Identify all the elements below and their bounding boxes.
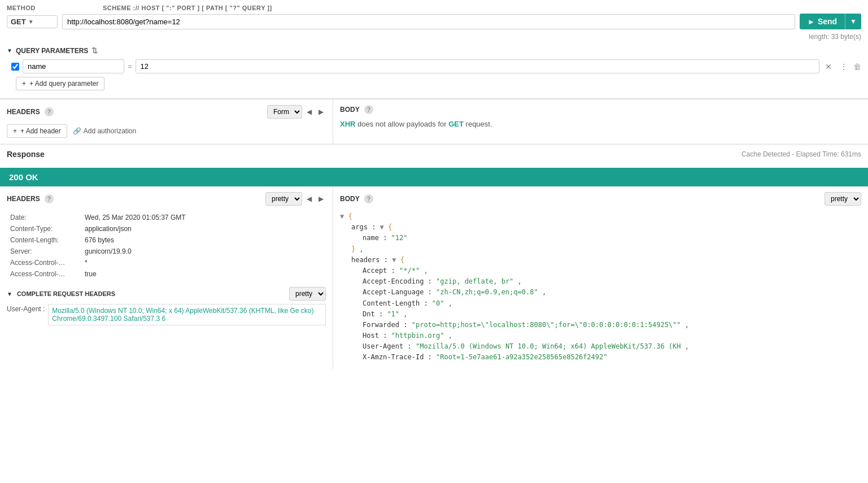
body-title: BODY (340, 106, 360, 114)
json-expand-headers[interactable]: ▼ (392, 256, 396, 264)
json-headers-brace-open: { (400, 256, 404, 264)
url-input[interactable] (62, 14, 795, 29)
complete-req-arrow: ▼ (7, 291, 12, 297)
param-key-input[interactable] (23, 59, 124, 73)
param-more-button[interactable]: ⋮ (838, 61, 850, 72)
json-name-colon: : (383, 234, 391, 242)
resp-headers-help-icon[interactable]: ? (45, 194, 54, 203)
json-accept-line: Accept : "*/*" , (340, 266, 861, 276)
json-accept-language-value: "zh-CN,zh;q=0.9,en;q=0.8" (436, 288, 538, 296)
resp-header-val-4: * (82, 258, 325, 268)
send-label: Send (818, 17, 837, 26)
cache-info: Cache Detected - Elapsed Time: 631ms (741, 150, 861, 158)
body-message: XHR does not allow payloads for GET requ… (340, 120, 861, 128)
query-params-header[interactable]: ▼ QUERY PARAMETERS ⇅ (7, 46, 861, 55)
json-host-key: Host (363, 332, 379, 340)
xhr-link[interactable]: XHR (340, 120, 355, 128)
param-value-input[interactable] (136, 59, 819, 73)
method-select-wrapper[interactable]: GET ▼ (7, 15, 58, 28)
param-row: = ✕ ⋮ 🗑 (11, 59, 861, 73)
request-area: METHOD SCHEME :// HOST [ ":" PORT ] [ PA… (0, 0, 868, 99)
header-actions: + + Add header 🔗 Add authorization (7, 124, 326, 138)
json-accept-language-key: Accept-Language (363, 288, 424, 296)
resp-header-row: Content-Length: 676 bytes (8, 235, 325, 245)
add-param-row: + + Add query parameter (11, 77, 861, 90)
resp-body-header-row: BODY ? pretty raw (340, 192, 861, 206)
send-button[interactable]: ► Send (800, 14, 845, 29)
user-agent-value[interactable]: Mozilla/5.0 (Windows NT 10.0; Win64; x 6… (48, 304, 326, 325)
resp-header-row: Date: Wed, 25 Mar 2020 01:05:37 GMT (8, 212, 325, 223)
add-header-button[interactable]: + + Add header (7, 124, 67, 138)
json-useragent-line: User-Agent : "Mozilla/5.0 (Windows NT 10… (340, 341, 861, 352)
send-icon: ► (808, 18, 815, 26)
method-label: METHOD (7, 5, 80, 11)
resp-body-pretty-select[interactable]: pretty raw (825, 192, 861, 206)
body-msg-end: request. (464, 120, 492, 128)
body-column: BODY ? XHR does not allow payloads for G… (333, 99, 868, 143)
labels-row: METHOD SCHEME :// HOST [ ":" PORT ] [ PA… (7, 5, 861, 11)
json-args-brace-open: { (388, 223, 392, 231)
form-select[interactable]: Form Raw (267, 105, 302, 119)
json-dnt-value: "1" (387, 310, 399, 318)
response-area: Response Cache Detected - Elapsed Time: … (0, 145, 868, 168)
add-auth-label: Add authorization (84, 127, 136, 135)
json-forwarded-value: "proto=http;host=\"localhost:8080\";for=… (412, 321, 681, 329)
param-trash-icon[interactable]: 🗑 (853, 62, 861, 71)
resp-header-val-2: 676 bytes (82, 235, 325, 245)
headers-body-row: HEADERS ? Form Raw ◀ ▶ + + Add header 🔗 … (0, 99, 868, 143)
resp-header-val-3: gunicorn/19.9.0 (82, 246, 325, 256)
complete-req-label: COMPLETE REQUEST HEADERS (17, 290, 115, 297)
send-dropdown-button[interactable]: ▼ (845, 14, 861, 29)
resp-body-help-icon[interactable]: ? (364, 194, 373, 203)
resp-headers-controls: pretty raw ◀ ▶ (265, 192, 326, 206)
nav-next-button[interactable]: ▶ (316, 107, 326, 117)
json-args-comma: , (359, 245, 363, 253)
nav-prev-button[interactable]: ◀ (304, 107, 314, 117)
complete-req-pretty-select[interactable]: pretty raw (289, 287, 326, 301)
json-accept-key: Accept (363, 267, 387, 275)
resp-body-left: BODY ? (340, 194, 373, 203)
json-content-length-value: "0" (432, 299, 444, 307)
response-content: HEADERS ? pretty raw ◀ ▶ Date: Wed, 25 M… (0, 186, 868, 369)
length-info: length: 33 byte(s) (7, 33, 861, 41)
json-args-line: args : ▼ { (340, 222, 861, 233)
lock-icon: 🔗 (73, 127, 81, 135)
query-params-label: QUERY PARAMETERS (16, 47, 88, 55)
resp-header-key-2: Content-Length: (8, 235, 81, 245)
resp-nav-next[interactable]: ▶ (316, 194, 326, 204)
resp-nav-prev[interactable]: ◀ (304, 194, 314, 204)
json-headers-line: headers : ▼ { (340, 255, 861, 266)
json-args-space: : (372, 223, 380, 231)
json-host-line: Host : "httpbin.org" , (340, 330, 861, 341)
resp-header-row: Access-Control-… true (8, 269, 325, 279)
resp-pretty-select[interactable]: pretty raw (265, 192, 302, 206)
json-expand-args[interactable]: ▼ (380, 223, 384, 231)
response-headers-column: HEADERS ? pretty raw ◀ ▶ Date: Wed, 25 M… (0, 186, 333, 369)
body-help-icon[interactable]: ? (364, 105, 373, 114)
complete-req-header[interactable]: ▼ COMPLETE REQUEST HEADERS pretty raw (7, 287, 326, 301)
json-useragent-value: "Mozilla/5.0 (Windows NT 10.0; Win64; x6… (416, 342, 681, 350)
resp-header-row: Content-Type: application/json (8, 224, 325, 234)
get-link[interactable]: GET (448, 120, 464, 128)
param-clear-button[interactable]: ✕ (823, 61, 834, 72)
resp-header-val-5: true (82, 269, 325, 279)
add-param-button[interactable]: + + Add query parameter (16, 77, 104, 90)
json-useragent-key: User-Agent (363, 342, 403, 350)
resp-header-val-1: application/json (82, 224, 325, 234)
json-name-value: "12" (391, 234, 408, 242)
resp-headers-title-row: HEADERS ? pretty raw ◀ ▶ (7, 192, 326, 206)
resp-header-val-0: Wed, 25 Mar 2020 01:05:37 GMT (82, 212, 325, 223)
json-accept-value: "*/*" (399, 267, 420, 275)
response-headers-table: Date: Wed, 25 Mar 2020 01:05:37 GMT Cont… (7, 211, 326, 280)
add-auth-button[interactable]: 🔗 Add authorization (73, 127, 136, 135)
resp-header-key-3: Server: (8, 246, 81, 256)
resp-body-right: pretty raw (825, 192, 861, 206)
body-msg-mid: does not allow payloads for (355, 120, 448, 128)
response-body-column: BODY ? pretty raw ▼ { args : ▼ { (333, 186, 868, 369)
param-checkbox[interactable] (11, 63, 19, 71)
json-expand-root[interactable]: ▼ (340, 212, 344, 220)
add-param-plus: + (22, 80, 26, 88)
user-agent-row: User-Agent : Mozilla/5.0 (Windows NT 10.… (7, 304, 326, 325)
headers-help-icon[interactable]: ? (45, 107, 54, 116)
method-dropdown-icon: ▼ (28, 19, 34, 25)
